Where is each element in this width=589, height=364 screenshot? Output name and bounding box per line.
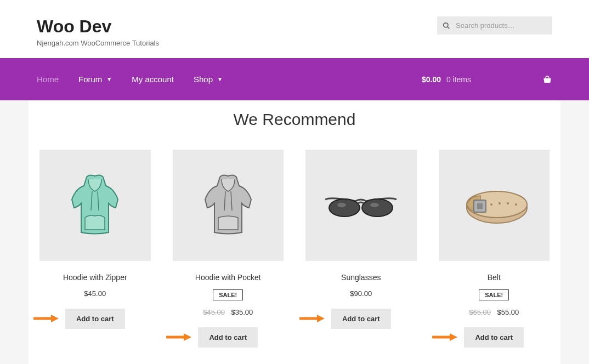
product-image — [439, 150, 550, 261]
sale-badge: SALE! — [213, 289, 243, 300]
price: $35.00 — [231, 308, 253, 316]
arrow-annotation — [299, 314, 327, 323]
add-to-cart-button[interactable]: Add to cart — [464, 327, 524, 348]
product-title: Hoodie with Pocket — [173, 273, 284, 282]
cart-summary: $0.00 0 items — [422, 75, 471, 84]
svg-point-3 — [362, 199, 393, 217]
cart-price: $0.00 — [422, 75, 441, 84]
cart-items: 0 items — [446, 75, 471, 84]
site-header: Woo Dev Njengah.com WooCommerce Tutorial… — [0, 0, 589, 58]
basket-icon — [542, 75, 552, 84]
arrow-annotation — [432, 332, 460, 342]
product-price: $90.00 — [305, 289, 417, 298]
chevron-down-icon: ▼ — [106, 76, 112, 82]
product-title: Hoodie with Zipper — [39, 273, 151, 282]
product-price: $45.00 — [39, 289, 151, 298]
product-card[interactable]: Hoodie with Pocket SALE! $45.00 $35.00 A… — [173, 150, 284, 348]
svg-point-4 — [337, 203, 346, 207]
svg-point-11 — [499, 202, 501, 204]
main-content: We Recommend Hoodie with Zipper $45.00 A… — [29, 100, 560, 364]
product-grid: Hoodie with Zipper $45.00 Add to cart Ho… — [29, 150, 560, 348]
arrow-annotation — [166, 332, 194, 342]
branding: Woo Dev Njengah.com WooCommerce Tutorial… — [37, 16, 159, 47]
nav-label: Shop — [194, 75, 213, 84]
product-image — [305, 150, 417, 261]
svg-point-2 — [329, 199, 360, 217]
nav-label: My account — [132, 75, 174, 84]
search-input[interactable] — [437, 16, 552, 35]
svg-point-13 — [515, 203, 517, 206]
add-to-cart-button[interactable]: Add to cart — [65, 309, 125, 329]
product-price-row: $65.00 $55.00 — [439, 308, 550, 316]
product-card[interactable]: Belt SALE! $65.00 $55.00 Add to cart — [439, 150, 550, 348]
svg-line-1 — [448, 26, 450, 29]
sale-badge: SALE! — [479, 289, 509, 300]
search-box — [437, 16, 552, 35]
price: $55.00 — [497, 308, 519, 316]
arrow-annotation — [33, 314, 61, 323]
search-icon — [443, 22, 450, 30]
product-card[interactable]: Sunglasses $90.00 Add to cart — [305, 150, 417, 348]
svg-point-12 — [507, 202, 509, 204]
nav-menu: Home Forum ▼ My account Shop ▼ — [37, 75, 223, 84]
nav-item-home[interactable]: Home — [37, 75, 59, 84]
site-title: Woo Dev — [37, 16, 159, 37]
product-image — [173, 150, 284, 261]
add-to-cart-button[interactable]: Add to cart — [198, 327, 258, 348]
nav-label: Forum — [78, 75, 102, 84]
product-price-row: $45.00 $35.00 — [173, 308, 284, 316]
product-title: Sunglasses — [305, 273, 417, 282]
site-tagline: Njengah.com WooCommerce Tutorials — [37, 39, 159, 47]
product-image — [39, 150, 151, 261]
nav-item-shop[interactable]: Shop ▼ — [194, 75, 223, 84]
svg-point-10 — [490, 203, 492, 206]
svg-rect-9 — [477, 203, 483, 209]
nav-item-my-account[interactable]: My account — [132, 75, 174, 84]
product-card[interactable]: Hoodie with Zipper $45.00 Add to cart — [39, 150, 151, 348]
product-title: Belt — [439, 273, 550, 282]
old-price: $45.00 — [203, 308, 225, 316]
svg-point-5 — [370, 203, 379, 207]
nav-item-forum[interactable]: Forum ▼ — [78, 75, 112, 84]
old-price: $65.00 — [469, 308, 491, 316]
add-to-cart-button[interactable]: Add to cart — [331, 309, 391, 329]
chevron-down-icon: ▼ — [217, 76, 223, 82]
primary-nav: Home Forum ▼ My account Shop ▼ $0.00 0 i… — [0, 58, 589, 100]
nav-label: Home — [37, 75, 59, 84]
section-title: We Recommend — [29, 110, 560, 129]
svg-point-0 — [444, 22, 448, 27]
cart-area[interactable]: $0.00 0 items — [422, 75, 552, 84]
